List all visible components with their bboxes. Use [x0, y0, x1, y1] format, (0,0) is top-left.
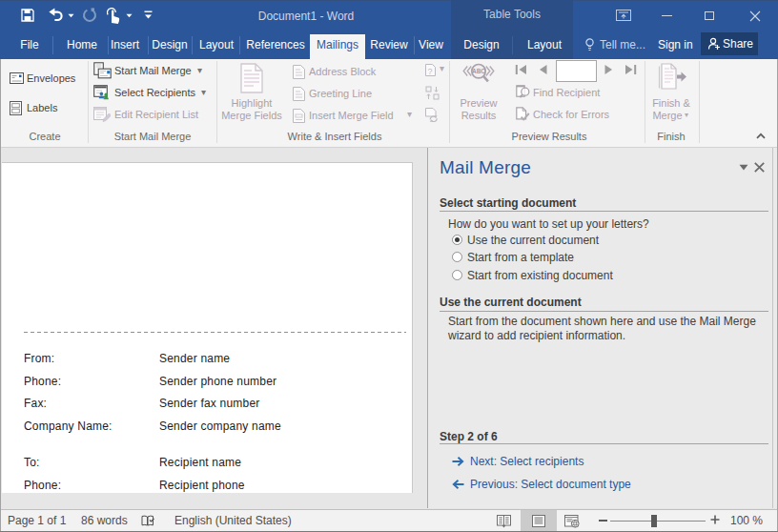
svg-text:ABC: ABC	[472, 68, 485, 74]
svg-text:?: ?	[427, 67, 432, 76]
